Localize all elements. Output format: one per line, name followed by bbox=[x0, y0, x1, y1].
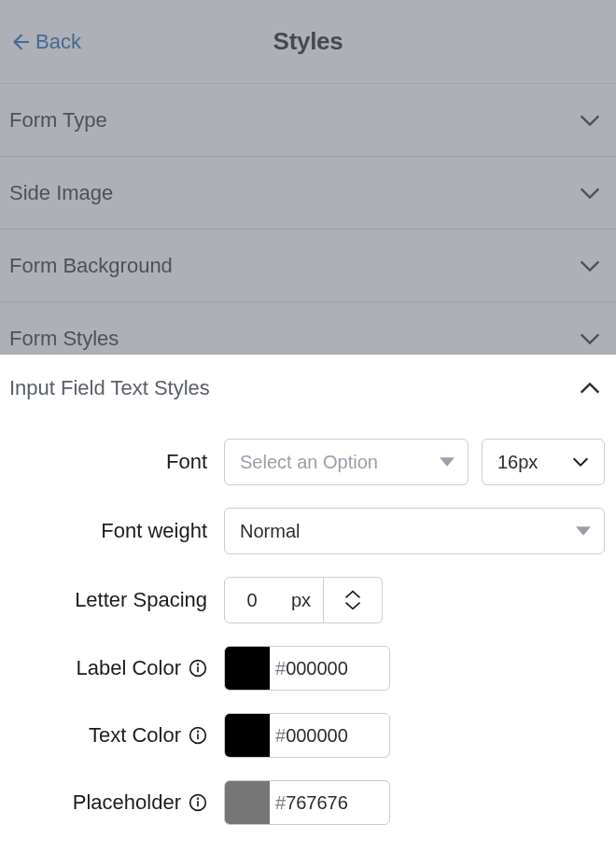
accordion-label: Form Background bbox=[9, 254, 173, 278]
chevron-down-icon bbox=[343, 600, 362, 611]
font-size-select[interactable]: 16px bbox=[482, 439, 605, 485]
chevron-up-icon bbox=[343, 589, 362, 600]
svg-point-2 bbox=[198, 664, 199, 664]
info-icon[interactable] bbox=[189, 793, 207, 812]
back-button[interactable]: Back bbox=[9, 30, 81, 54]
placeholder-color-label: Placeholder bbox=[9, 790, 224, 815]
input-field-text-styles-panel: Input Field Text Styles Font Select an O… bbox=[0, 355, 616, 853]
chevron-down-icon bbox=[577, 107, 603, 133]
placeholder-color-swatch[interactable] bbox=[225, 781, 270, 824]
accordion-form-background[interactable]: Form Background bbox=[0, 230, 616, 302]
info-icon[interactable] bbox=[189, 659, 207, 678]
row-font-weight: Font weight Normal bbox=[9, 508, 605, 554]
chevron-down-icon bbox=[577, 180, 603, 206]
accordion-label: Input Field Text Styles bbox=[9, 376, 210, 400]
text-color-label: Text Color bbox=[9, 723, 224, 748]
accordion-input-field-text-styles[interactable]: Input Field Text Styles bbox=[0, 355, 616, 422]
placeholder-color-input[interactable]: #767676 bbox=[224, 780, 390, 825]
label-color-input[interactable]: #000000 bbox=[224, 646, 390, 691]
caret-down-icon bbox=[576, 524, 591, 538]
font-weight-label: Font weight bbox=[9, 519, 224, 543]
accordion-label: Side Image bbox=[9, 181, 113, 205]
font-placeholder: Select an Option bbox=[240, 452, 378, 473]
accordion-form-type[interactable]: Form Type bbox=[0, 84, 616, 157]
stepper-arrows[interactable] bbox=[324, 578, 382, 622]
font-weight-value: Normal bbox=[240, 521, 300, 542]
row-label-color: Label Color #000000 bbox=[9, 646, 605, 691]
svg-point-5 bbox=[198, 731, 199, 732]
chevron-down-icon bbox=[577, 326, 603, 352]
arrow-left-icon bbox=[9, 32, 30, 52]
font-size-value: 16px bbox=[497, 452, 538, 473]
panel-header: Back Styles bbox=[0, 0, 616, 84]
page-title: Styles bbox=[273, 27, 343, 56]
letter-spacing-label: Letter Spacing bbox=[9, 588, 224, 612]
chevron-up-icon bbox=[577, 375, 603, 401]
label-color-hex[interactable]: #000000 bbox=[270, 647, 389, 690]
font-select[interactable]: Select an Option bbox=[224, 439, 469, 485]
chevron-down-icon bbox=[577, 253, 603, 279]
caret-down-icon bbox=[440, 454, 455, 469]
placeholder-color-hex[interactable]: #767676 bbox=[270, 781, 389, 824]
label-color-swatch[interactable] bbox=[225, 647, 270, 690]
letter-spacing-unit: px bbox=[279, 578, 324, 622]
row-letter-spacing: Letter Spacing 0 px bbox=[9, 577, 605, 623]
accordion-label: Form Type bbox=[9, 108, 107, 133]
font-weight-select[interactable]: Normal bbox=[224, 508, 605, 554]
chevron-down-icon bbox=[570, 452, 591, 472]
svg-point-8 bbox=[198, 798, 199, 799]
controls-group: Font Select an Option 16px Font weight N… bbox=[0, 422, 616, 853]
row-font: Font Select an Option 16px bbox=[9, 439, 605, 485]
row-text-color: Text Color #000000 bbox=[9, 713, 605, 758]
info-icon[interactable] bbox=[189, 726, 207, 745]
text-color-swatch[interactable] bbox=[225, 714, 270, 757]
back-label: Back bbox=[35, 30, 81, 54]
text-color-hex[interactable]: #000000 bbox=[270, 714, 389, 757]
letter-spacing-value: 0 bbox=[225, 578, 279, 622]
accordion-side-image[interactable]: Side Image bbox=[0, 157, 616, 230]
text-color-input[interactable]: #000000 bbox=[224, 713, 390, 758]
font-label: Font bbox=[9, 450, 224, 474]
letter-spacing-stepper[interactable]: 0 px bbox=[224, 577, 383, 623]
row-placeholder-color: Placeholder #767676 bbox=[9, 780, 605, 825]
label-color-label: Label Color bbox=[9, 656, 224, 680]
accordion-label: Form Styles bbox=[9, 327, 119, 351]
